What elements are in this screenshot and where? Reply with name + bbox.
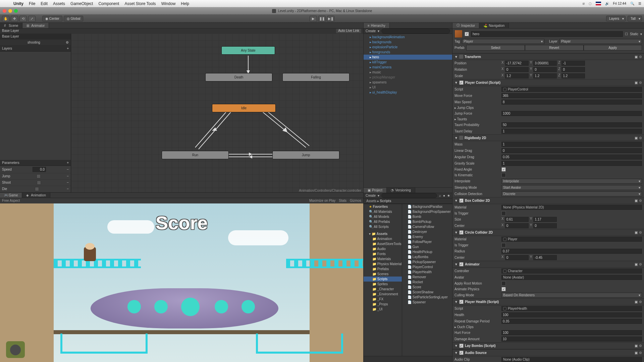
gear-icon[interactable]: ⚙ — [639, 344, 642, 348]
tab-project[interactable]: ▣ Project — [364, 188, 387, 193]
animator-comp-header[interactable]: ▼✓Animator▣⚙ — [452, 261, 644, 268]
gear-icon[interactable]: ⚙ — [639, 81, 642, 84]
rot-x[interactable] — [505, 67, 529, 72]
file-BombPickup[interactable]: 📄 BombPickup — [402, 219, 452, 224]
health-field[interactable] — [501, 312, 642, 317]
file-Gun[interactable]: 📄 Gun — [402, 244, 452, 249]
help-icon[interactable]: ▣ — [635, 199, 638, 202]
pause-button[interactable]: ❚❚ — [318, 16, 326, 22]
project-zoom-slider[interactable] — [364, 356, 452, 362]
hierarchy-item-backgroundAnimation[interactable]: ▸ backgroundAnimation — [364, 35, 452, 40]
favorites-header[interactable]: ★ Favorites — [364, 204, 402, 209]
ldrag-field[interactable] — [501, 148, 642, 153]
menu-edit[interactable]: Edit — [38, 1, 50, 6]
maximize-toggle[interactable]: Maximize on Play — [309, 199, 335, 202]
menu-window[interactable]: Window — [159, 1, 178, 6]
audioclip-field[interactable]: None (Audio Clip) — [501, 357, 642, 362]
move-tool[interactable]: ✥ — [11, 16, 18, 22]
layer-shooting[interactable]: shooting⚙ — [0, 40, 71, 46]
menu-help[interactable]: Help — [178, 1, 192, 6]
repeat-field[interactable] — [501, 319, 642, 324]
rootmotion-checkbox[interactable] — [501, 281, 506, 286]
layout-dropdown[interactable]: Tall — [628, 16, 642, 21]
mass-field[interactable] — [501, 142, 642, 147]
playercontrol-header[interactable]: ▼✓Player Control (Script)▣⚙ — [452, 79, 644, 86]
assets-folder[interactable]: ▾ 📁 Assets — [364, 231, 402, 236]
maxspeed-field[interactable] — [501, 100, 642, 105]
play-button[interactable]: ▶ — [310, 16, 317, 22]
transform-header[interactable]: ▼Transform▣⚙ — [452, 53, 644, 60]
file-CameraFollow[interactable]: 📄 CameraFollow — [402, 224, 452, 229]
file-BackgroundPropSpawner[interactable]: 📄 BackgroundPropSpawner — [402, 209, 452, 214]
circle-material[interactable]: Player — [501, 237, 642, 242]
search-filter-icon[interactable]: ⌕ — [439, 194, 441, 197]
app-menu[interactable]: Unity — [11, 1, 26, 6]
game-view[interactable]: Score — [0, 203, 363, 362]
gear-icon[interactable]: ⚙ — [639, 351, 642, 355]
culling-dropdown[interactable]: Based On Renderers — [501, 293, 642, 298]
state-death[interactable]: Death — [205, 73, 272, 81]
prefab-apply-button[interactable]: Apply — [584, 45, 642, 51]
file-HealthPickup[interactable]: 📄 HealthPickup — [402, 249, 452, 254]
menu-assets[interactable]: Assets — [50, 1, 68, 6]
param-speed-value[interactable] — [33, 167, 46, 172]
box-cy[interactable] — [533, 223, 557, 228]
state-any[interactable]: Any State — [221, 46, 275, 55]
box-sx[interactable] — [505, 217, 529, 222]
folder-_FX[interactable]: 📁 _FX — [364, 297, 402, 302]
favorite-AllModels[interactable]: 🔍 All Models — [364, 214, 402, 219]
laybombs-enabled[interactable]: ✓ — [459, 344, 464, 348]
param-speed[interactable]: Speed− — [0, 166, 71, 173]
favorite-AllPrefabs[interactable]: 🔍 All Prefabs — [364, 219, 402, 224]
hierarchy-item-pickupManager[interactable]: ▸ pickupManager — [364, 75, 452, 80]
folder-Fonts[interactable]: 📁 Fonts — [364, 251, 402, 256]
kinematic-checkbox[interactable] — [501, 173, 506, 177]
help-icon[interactable]: ▣ — [635, 55, 638, 59]
help-icon[interactable]: ▣ — [635, 231, 638, 234]
jumpforce-field[interactable] — [501, 111, 642, 116]
audiosource-header[interactable]: ▼✓Audio Source▣⚙ — [452, 349, 644, 356]
file-Rocket[interactable]: 📄 Rocket — [402, 280, 452, 285]
file-LayBombs[interactable]: 📄 LayBombs — [402, 254, 452, 259]
gear-icon[interactable]: ⚙ — [639, 55, 642, 59]
param-jump[interactable]: Jump− — [0, 173, 71, 180]
hierarchy-item-backgrounds[interactable]: ▸ backgrounds — [364, 40, 452, 45]
gameobject-name-field[interactable] — [471, 31, 623, 37]
folder-Prefabs[interactable]: 📁 Prefabs — [364, 266, 402, 272]
add-parameter-button[interactable]: + — [67, 161, 69, 165]
scale-z[interactable] — [561, 73, 585, 78]
script-field[interactable]: PlayerControl — [501, 87, 642, 92]
folder-_Environment[interactable]: 📁 _Environment — [364, 292, 402, 297]
audio-enabled[interactable]: ✓ — [459, 351, 464, 355]
folder-Animation[interactable]: 📁 Animation — [364, 236, 402, 241]
folder-Audio[interactable]: 📁 Audio — [364, 246, 402, 251]
menu-file[interactable]: File — [26, 1, 38, 6]
hierarchy-item-hero[interactable]: ▸ hero — [364, 55, 452, 60]
file-Score[interactable]: 📄 Score — [402, 285, 452, 290]
project-create[interactable]: Create — [366, 194, 376, 197]
zoom-button[interactable] — [14, 9, 18, 13]
folder-_Character[interactable]: 📁 _Character — [364, 287, 402, 292]
tab-navigation[interactable]: ⛳ Navigation — [479, 23, 509, 28]
tab-scene[interactable]: #Scene — [0, 23, 22, 28]
box-sy[interactable] — [533, 217, 557, 222]
rotate-tool[interactable]: ⟲ — [19, 16, 27, 22]
folder-Scripts[interactable]: 📁 Scripts — [364, 277, 402, 282]
tauntdelay-field[interactable] — [501, 129, 642, 134]
tauntprob-field[interactable] — [501, 122, 642, 127]
favorite-AllMaterials[interactable]: 🔍 All Materials — [364, 209, 402, 214]
folder-Physics Materials[interactable]: 📁 Physics Materials — [364, 261, 402, 266]
state-falling[interactable]: Falling — [282, 73, 350, 81]
box-trigger[interactable] — [501, 211, 506, 216]
file-Enemy[interactable]: 📄 Enemy — [402, 234, 452, 239]
spotlight-icon[interactable]: 🔍 — [630, 2, 634, 5]
folder-_UI[interactable]: 📁 _UI — [364, 307, 402, 312]
sleep-dropdown[interactable]: Start Awake — [501, 185, 642, 190]
circle-cy[interactable] — [533, 255, 557, 260]
file-BackgroundParallax[interactable]: 📄 BackgroundParallax — [402, 204, 452, 209]
controller-field[interactable]: Character — [501, 268, 642, 274]
project-search[interactable] — [381, 193, 437, 198]
file-Spawner[interactable]: 📄 Spawner — [402, 300, 452, 305]
param-jump-checkbox[interactable] — [37, 174, 41, 178]
param-shoot[interactable]: Shoot− — [0, 180, 71, 186]
